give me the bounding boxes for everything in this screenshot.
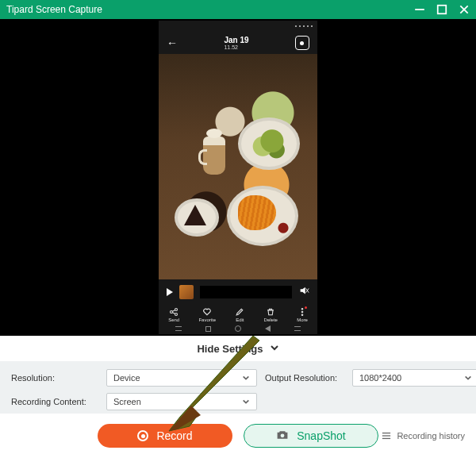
phone-status-icons [295, 25, 313, 27]
snapshot-label: SnapShot [297, 429, 346, 442]
minimize-button[interactable] [414, 4, 425, 15]
app-title: Tipard Screen Capture [6, 4, 102, 15]
maximize-button[interactable] [436, 4, 447, 15]
history-icon [381, 431, 392, 441]
resolution-select[interactable]: Device [106, 369, 257, 387]
svg-rect-1 [438, 6, 447, 14]
phone-action-row: Send Favorite Edit Delete More [159, 303, 317, 325]
hide-settings-label: Hide Settings [197, 343, 263, 355]
focus-icon[interactable] [295, 36, 309, 50]
phone-date-main: Jan 19 [224, 36, 248, 44]
fries-plate [227, 186, 298, 246]
phone-statusbar [159, 21, 317, 32]
phone-navbar [159, 323, 317, 334]
record-icon [137, 430, 148, 441]
svg-line-9 [173, 310, 175, 311]
recording-history-link[interactable]: Recording history [381, 431, 465, 441]
resolution-value: Device [113, 373, 140, 383]
progress-track[interactable] [200, 286, 292, 298]
svg-point-6 [171, 310, 173, 313]
preview-area: ← Jan 19 11.52 Send [0, 19, 476, 336]
more-button[interactable]: More [297, 307, 308, 322]
output-resolution-label: Output Resolution: [265, 373, 344, 383]
phone-date: Jan 19 11.52 [224, 36, 248, 51]
chevron-down-icon [242, 398, 250, 406]
cake-plate [175, 198, 219, 237]
share-label: Send [168, 318, 179, 322]
delete-label: Delete [264, 318, 278, 322]
hide-settings-toggle[interactable]: Hide Settings [0, 336, 476, 361]
nav-overview-icon[interactable] [205, 326, 211, 332]
snapshot-button[interactable]: SnapShot [244, 424, 378, 448]
output-resolution-select[interactable]: 1080*2400 [352, 369, 476, 387]
phone-photo [159, 54, 317, 279]
svg-point-14 [281, 433, 285, 437]
recording-content-value: Screen [113, 397, 141, 406]
play-icon[interactable] [167, 288, 173, 296]
recording-history-label: Recording history [397, 431, 465, 441]
favorite-button[interactable]: Favorite [198, 307, 216, 322]
nav-recent-icon[interactable] [175, 325, 182, 332]
nav-extra-icon[interactable] [294, 325, 301, 332]
phone-header: ← Jan 19 11.52 [159, 32, 317, 54]
edit-label: Edit [236, 318, 244, 322]
phone-mirror: ← Jan 19 11.52 Send [159, 21, 317, 334]
phone-date-sub: 11.52 [224, 44, 248, 51]
svg-point-12 [301, 311, 303, 313]
chevron-down-icon [242, 374, 250, 382]
chevron-down-icon [464, 374, 472, 382]
close-button[interactable] [459, 4, 470, 15]
svg-point-7 [175, 308, 178, 310]
svg-point-13 [301, 314, 303, 316]
favorite-label: Favorite [198, 318, 216, 322]
record-button[interactable]: Record [98, 424, 232, 448]
record-label: Record [156, 429, 192, 442]
chevron-down-icon [270, 343, 279, 355]
more-label: More [297, 318, 308, 322]
share-button[interactable]: Send [168, 307, 179, 322]
action-bar: Record SnapShot Recording history [0, 414, 476, 458]
output-resolution-value: 1080*2400 [359, 373, 401, 383]
mute-icon[interactable] [298, 285, 309, 299]
video-thumbnail[interactable] [179, 285, 194, 299]
nav-back-icon[interactable] [265, 325, 271, 332]
svg-point-8 [175, 313, 178, 315]
phone-playback-row [159, 283, 317, 302]
camera-icon [276, 429, 289, 443]
coffee-glass [203, 137, 225, 175]
resolution-label: Resolution: [11, 373, 98, 383]
edit-button[interactable]: Edit [235, 307, 244, 322]
window-controls [414, 4, 470, 15]
svg-point-11 [301, 308, 303, 310]
window-titlebar: Tipard Screen Capture [0, 0, 476, 19]
settings-panel: Resolution: Device Output Resolution: 10… [0, 361, 476, 414]
svg-line-10 [173, 312, 175, 314]
nav-home-icon[interactable] [235, 325, 241, 332]
recording-content-select[interactable]: Screen [106, 393, 257, 410]
back-icon[interactable]: ← [167, 37, 178, 49]
recording-content-label: Recording Content: [11, 397, 98, 406]
delete-button[interactable]: Delete [264, 307, 278, 322]
salad-plate [238, 117, 300, 170]
